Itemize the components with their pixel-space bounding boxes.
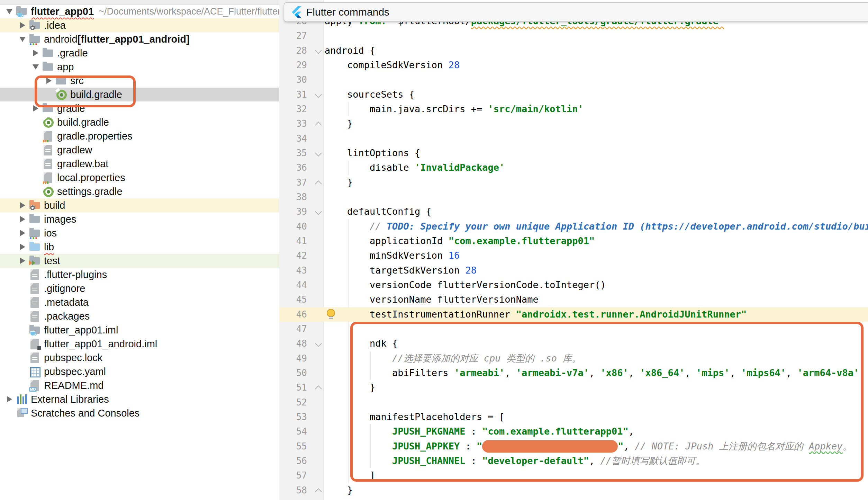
code-line-48[interactable]: 48 ndk { (279, 336, 868, 351)
gradle-icon (42, 116, 54, 128)
code-text: android { (324, 43, 375, 58)
code-line-49[interactable]: 49 //选择要添加的对应 cpu 类型的 .so 库。 (279, 351, 868, 366)
chevron-right-icon[interactable] (16, 258, 29, 264)
tree-item-metadata[interactable]: .metadata (0, 295, 279, 309)
tree-item-local-properties[interactable]: local.properties (0, 171, 279, 185)
code-line-54[interactable]: 54 JPUSH_PKGNAME : "com.example.fluttera… (279, 424, 868, 439)
tree-item-label: src (70, 75, 84, 87)
tree-item-gradle[interactable]: gradle (0, 101, 279, 115)
code-line-28[interactable]: 28android { (279, 43, 868, 58)
tree-item-packages[interactable]: .packages (0, 309, 279, 323)
code-line-36[interactable]: 36 disable 'InvalidPackage' (279, 160, 868, 175)
code-text: } (324, 175, 353, 190)
code-line-31[interactable]: 31 sourceSets { (279, 87, 868, 102)
chevron-right-icon[interactable] (42, 78, 55, 84)
chevron-down-icon[interactable] (16, 37, 29, 42)
code-text: ] (324, 468, 375, 483)
code-line-57[interactable]: 57 ] (279, 468, 868, 483)
code-line-41[interactable]: 41 applicationId "com.example.flutterapp… (279, 234, 868, 248)
chevron-right-icon[interactable] (29, 50, 42, 56)
code-line-50[interactable]: 50 abiFilters 'armeabi', 'armeabi-v7a', … (279, 366, 868, 380)
code-line-44[interactable]: 44 versionCode flutterVersionCode.toInte… (279, 278, 868, 292)
code-line-38[interactable]: 38 (279, 190, 868, 204)
tree-item-readme-md[interactable]: MDREADME.md (0, 378, 279, 392)
tree-item-flutter-app01-iml[interactable]: flutter_app01.iml (0, 323, 279, 337)
tree-item-flutter-app01[interactable]: flutter_app01~/Documents/workspace/ACE_F… (0, 5, 279, 18)
code-line-30[interactable]: 30 (279, 72, 868, 87)
tree-item-ios[interactable]: ios (0, 226, 279, 240)
file-icon (29, 283, 41, 294)
code-line-29[interactable]: 29 compileSdkVersion 28 (279, 58, 868, 72)
code-line-47[interactable]: 47 (279, 322, 868, 336)
chevron-right-icon[interactable] (3, 396, 16, 402)
chevron-right-icon[interactable] (16, 244, 29, 250)
code-line-52[interactable]: 52 (279, 395, 868, 410)
tree-item-build-gradle[interactable]: build.gradle (0, 115, 279, 129)
chevron-down-icon[interactable] (29, 64, 42, 70)
project-tree[interactable]: flutter_app01~/Documents/workspace/ACE_F… (0, 5, 279, 420)
tree-item-gradle[interactable]: .gradle (0, 46, 279, 60)
code-line-37[interactable]: 37 } (279, 175, 868, 190)
tree-item-android[interactable]: android [flutter_app01_android] (0, 32, 279, 46)
code-line-46[interactable]: 46 testInstrumentationRunner "androidx.t… (279, 307, 868, 322)
chevron-right-icon[interactable] (29, 105, 42, 111)
chevron-right-icon[interactable] (16, 22, 29, 28)
tree-item-label: .flutter-plugins (44, 269, 107, 280)
tree-item-build[interactable]: build (0, 198, 279, 212)
tree-item-gradlew[interactable]: gradlew (0, 143, 279, 157)
chevron-down-icon[interactable] (3, 9, 16, 14)
chevron-right-icon[interactable] (16, 230, 29, 236)
tree-item-gradlew-bat[interactable]: gradlew.bat (0, 157, 279, 171)
code-line-39[interactable]: 39 defaultConfig { (279, 204, 868, 219)
code-line-51[interactable]: 51 } (279, 380, 868, 395)
tree-item-idea[interactable]: .idea (0, 18, 279, 32)
tree-item-pubspec-lock[interactable]: pubspec.lock (0, 351, 279, 365)
code-line-42[interactable]: 42 minSdkVersion 16 (279, 248, 868, 263)
code-line-43[interactable]: 43 targetSdkVersion 28 (279, 263, 868, 278)
code-lines[interactable]: 26apply from: "$flutterRoot/packages/flu… (279, 14, 868, 500)
tree-item-lib[interactable]: lib (0, 240, 279, 254)
chevron-right-icon[interactable] (16, 202, 29, 208)
code-line-56[interactable]: 56 JPUSH_CHANNEL : "developer-default", … (279, 454, 868, 468)
file-icon (29, 310, 41, 322)
tree-item-gitignore[interactable]: .gitignore (0, 282, 279, 295)
tree-item-scratches-and-consoles[interactable]: Scratches and Consoles (0, 406, 279, 420)
line-number: 54 (279, 424, 324, 439)
tree-item-label: build (44, 200, 65, 211)
tree-item-flutter-app01-android-iml[interactable]: flutter_app01_android.iml (0, 337, 279, 351)
ide-window: { "colors": { "accent_orange": "#E8673C"… (0, 0, 868, 500)
code-line-58[interactable]: 58 } (279, 483, 868, 498)
line-number: 32 (279, 102, 324, 116)
tree-item-app[interactable]: app (0, 60, 279, 74)
tree-item-pubspec-yaml[interactable]: pubspec.yaml (0, 365, 279, 378)
tree-item-src[interactable]: src (0, 74, 279, 88)
tree-item-flutter-plugins[interactable]: .flutter-plugins (0, 268, 279, 282)
code-line-34[interactable]: 34 (279, 131, 868, 146)
code-line-33[interactable]: 33 } (279, 116, 868, 131)
file-icon (42, 158, 54, 170)
code-editor[interactable]: 26apply from: "$flutterRoot/packages/flu… (279, 0, 868, 500)
tree-item-label: gradle.properties (57, 131, 133, 142)
code-text: //选择要添加的对应 cpu 类型的 .so 库。 (324, 351, 581, 366)
code-line-32[interactable]: 32 main.java.srcDirs += 'src/main/kotlin… (279, 102, 868, 116)
intention-bulb-icon[interactable] (326, 309, 335, 320)
code-line-55[interactable]: 55 JPUSH_APPKEY : "", // NOTE: JPush 上注册… (279, 439, 868, 454)
tree-item-settings-gradle[interactable]: settings.gradle (0, 185, 279, 198)
code-line-27[interactable]: 27 (279, 28, 868, 43)
code-text (324, 131, 325, 146)
code-line-59[interactable]: 59 (279, 498, 868, 500)
tree-item-images[interactable]: images (0, 212, 279, 226)
tree-item-label: Scratches and Consoles (31, 408, 139, 419)
code-text: manifestPlaceholders = [ (324, 410, 505, 424)
tree-item-external-libraries[interactable]: External Libraries (0, 392, 279, 406)
code-line-53[interactable]: 53 manifestPlaceholders = [ (279, 410, 868, 424)
code-line-45[interactable]: 45 versionName flutterVersionName (279, 292, 868, 307)
tree-item-test[interactable]: test (0, 254, 279, 268)
chevron-right-icon[interactable] (16, 216, 29, 222)
tree-item-build-gradle[interactable]: build.gradle (0, 88, 279, 101)
line-number: 46 (279, 307, 324, 322)
code-line-40[interactable]: 40 // TODO: Specify your own unique Appl… (279, 219, 868, 234)
tree-item-gradle-properties[interactable]: gradle.properties (0, 129, 279, 143)
code-line-35[interactable]: 35 lintOptions { (279, 146, 868, 160)
run-config-header[interactable]: Flutter commands (284, 2, 868, 22)
